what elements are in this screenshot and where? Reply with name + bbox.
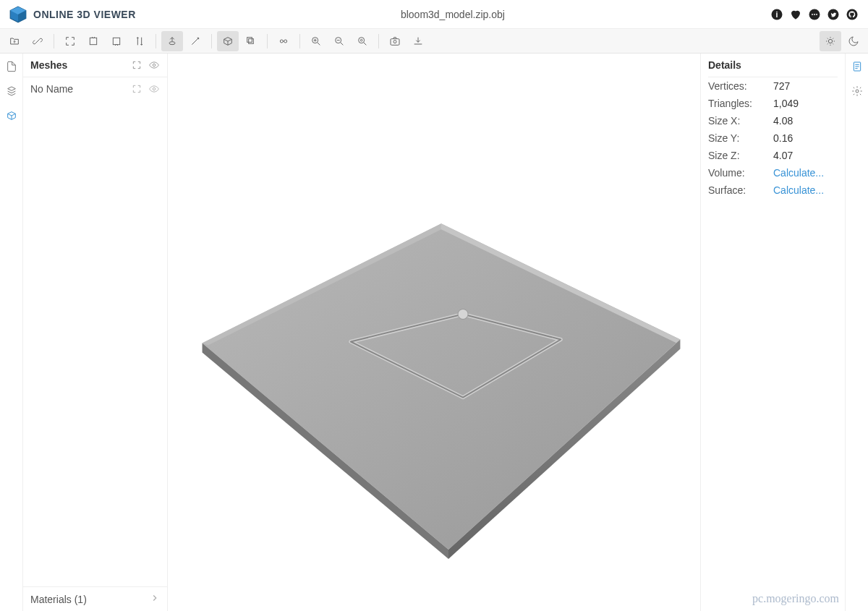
calculate-volume-link[interactable]: Calculate...: [773, 167, 824, 179]
toolbar: [0, 29, 868, 54]
svg-point-7: [814, 14, 815, 15]
github-icon[interactable]: [845, 7, 859, 22]
left-panel-header: Meshes: [23, 54, 167, 77]
detail-value: 727: [773, 80, 790, 92]
view-top-button[interactable]: [82, 31, 104, 51]
right-panel-header: Details: [708, 54, 838, 77]
details-tab-icon[interactable]: [850, 59, 864, 74]
right-panel: Details Vertices: 727 Triangles: 1,049 S…: [700, 54, 845, 611]
fit-all-meshes-icon[interactable]: [131, 59, 142, 71]
svg-rect-12: [113, 38, 119, 44]
3d-model-render: [168, 54, 700, 611]
dark-theme-button[interactable]: [843, 31, 864, 51]
mesh-item[interactable]: No Name: [23, 77, 167, 101]
detail-label: Size X:: [708, 115, 773, 127]
chevron-right-icon: [150, 593, 160, 605]
export-button[interactable]: [407, 31, 429, 51]
snapshot-button[interactable]: [384, 31, 406, 51]
detail-value: 4.07: [773, 150, 793, 161]
detail-label: Surface:: [708, 184, 773, 196]
detail-value: 0.16: [773, 132, 793, 144]
view-bottom-button[interactable]: [106, 31, 127, 51]
detail-label: Vertices:: [708, 80, 773, 92]
svg-point-16: [280, 40, 283, 43]
svg-point-8: [816, 14, 817, 15]
meshes-tab-icon[interactable]: [4, 108, 19, 123]
toolbar-separator: [299, 34, 300, 48]
info-icon[interactable]: i: [770, 7, 784, 22]
detail-label: Size Z:: [708, 150, 773, 161]
toolbar-separator: [156, 34, 156, 48]
svg-rect-14: [249, 38, 254, 43]
svg-point-24: [828, 39, 832, 43]
open-file-button[interactable]: [4, 31, 25, 51]
detail-row-sizez: Size Z: 4.07: [701, 147, 845, 164]
materials-footer-label: Materials (1): [30, 594, 150, 605]
svg-rect-15: [247, 37, 252, 42]
show-all-meshes-icon[interactable]: [148, 59, 160, 71]
detail-label: Volume:: [708, 167, 773, 179]
fit-mesh-icon[interactable]: [131, 83, 142, 95]
materials-footer-button[interactable]: Materials (1): [23, 586, 167, 611]
app-logo-icon: [9, 5, 27, 24]
chat-icon[interactable]: [807, 7, 822, 22]
calculate-surface-link[interactable]: Calculate...: [773, 184, 824, 196]
file-name: bloom3d_model.zip.obj: [136, 9, 770, 20]
detail-value: 1,049: [773, 98, 799, 109]
light-theme-button[interactable]: [820, 31, 841, 51]
svg-point-6: [812, 14, 813, 15]
settings-tab-icon[interactable]: [850, 84, 864, 98]
toolbar-separator: [54, 34, 54, 48]
svg-rect-11: [90, 38, 96, 44]
open-url-button[interactable]: [27, 31, 48, 51]
perspective-camera-button[interactable]: [217, 31, 239, 51]
svg-point-10: [847, 9, 858, 20]
toolbar-separator: [378, 34, 379, 48]
heart-icon[interactable]: [788, 7, 803, 22]
right-rail: [845, 54, 868, 611]
detail-value: 4.08: [773, 115, 793, 127]
3d-viewport[interactable]: [168, 54, 700, 611]
zoom-out-button[interactable]: [352, 31, 373, 51]
left-panel: Meshes No Name Materials (1): [23, 54, 168, 611]
left-panel-title: Meshes: [30, 59, 131, 71]
mesh-item-name: No Name: [30, 83, 131, 95]
materials-tab-icon[interactable]: [4, 84, 19, 98]
svg-point-25: [153, 64, 156, 67]
right-panel-title: Details: [708, 59, 838, 71]
toolbar-separator: [211, 34, 212, 48]
detail-label: Triangles:: [708, 98, 773, 109]
detail-row-vertices: Vertices: 727: [701, 77, 845, 95]
svg-rect-22: [391, 38, 399, 45]
svg-point-20: [359, 37, 365, 43]
pan-camera-button[interactable]: [184, 31, 206, 51]
show-mesh-icon[interactable]: [148, 83, 160, 95]
orbit-camera-button[interactable]: [161, 31, 183, 51]
detail-row-surface: Surface: Calculate...: [701, 181, 845, 199]
detail-row-sizex: Size X: 4.08: [701, 112, 845, 129]
svg-point-37: [856, 90, 859, 93]
toolbar-separator: [267, 34, 268, 48]
zoom-in-button[interactable]: [328, 31, 350, 51]
detail-row-triangles: Triangles: 1,049: [701, 95, 845, 112]
flip-view-button[interactable]: [129, 31, 150, 51]
left-rail: [0, 54, 23, 611]
header: ONLINE 3D VIEWER bloom3d_model.zip.obj i: [0, 0, 868, 29]
twitter-icon[interactable]: [826, 7, 841, 22]
svg-point-26: [153, 87, 156, 90]
zoom-fit-button[interactable]: [305, 31, 327, 51]
detail-row-sizey: Size Y: 0.16: [701, 129, 845, 147]
svg-text:i: i: [776, 9, 778, 18]
svg-point-23: [393, 40, 396, 43]
detail-row-volume: Volume: Calculate...: [701, 164, 845, 181]
measure-button[interactable]: [273, 31, 294, 51]
orthographic-camera-button[interactable]: [240, 31, 262, 51]
detail-label: Size Y:: [708, 132, 773, 144]
svg-point-21: [360, 39, 362, 41]
watermark-text: pc.mogeringo.com: [752, 592, 839, 605]
main-area: Meshes No Name Materials (1): [0, 54, 868, 611]
svg-point-17: [284, 40, 287, 43]
svg-point-13: [169, 41, 175, 44]
files-tab-icon[interactable]: [4, 59, 19, 74]
fit-to-window-button[interactable]: [59, 31, 81, 51]
